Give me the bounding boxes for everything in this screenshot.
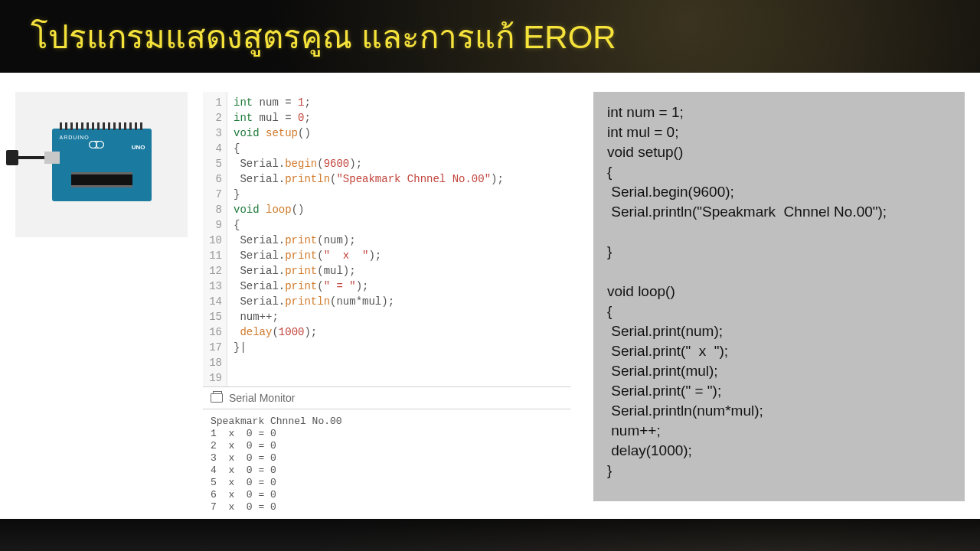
code-lines[interactable]: int num = 1;int mul = 0;void setup(){ Se… bbox=[227, 92, 570, 386]
code-line[interactable]: num++; bbox=[234, 309, 564, 324]
code-block: int num = 1; int mul = 0; void setup() {… bbox=[593, 92, 965, 501]
editor-column: 12345678910111213141516171819 int num = … bbox=[203, 92, 570, 519]
code-line[interactable]: { bbox=[234, 141, 564, 156]
serial-output: Speakmark Chnnel No.00 1 x 0 = 0 2 x 0 =… bbox=[203, 409, 570, 520]
right-column: int num = 1; int mul = 0; void setup() {… bbox=[593, 92, 965, 519]
code-line[interactable]: int mul = 0; bbox=[234, 110, 564, 126]
board-model: UNO bbox=[132, 144, 145, 151]
serial-monitor-icon bbox=[211, 393, 223, 403]
usb-cable-icon bbox=[6, 150, 60, 165]
mcu-chip-icon bbox=[71, 172, 132, 187]
code-line[interactable]: Serial.print(num); bbox=[234, 233, 564, 248]
code-line[interactable]: { bbox=[234, 217, 564, 233]
serial-monitor-header[interactable]: Serial Monitor bbox=[203, 386, 570, 409]
arduino-logo-icon bbox=[89, 141, 104, 148]
slide-header: โปรแกรมแสดงสูตรคูณ และการแก้ EROR bbox=[0, 0, 980, 73]
code-line[interactable]: }| bbox=[234, 340, 564, 355]
slide-content: ARDUINO UNO 1234567891011121314151617181… bbox=[0, 73, 980, 519]
code-line[interactable]: delay(1000); bbox=[234, 324, 564, 340]
code-editor[interactable]: 12345678910111213141516171819 int num = … bbox=[203, 92, 570, 386]
code-line[interactable]: void setup() bbox=[234, 126, 564, 141]
code-line[interactable]: Serial.print(mul); bbox=[234, 263, 564, 279]
code-line[interactable]: Serial.println(num*mul); bbox=[234, 294, 564, 309]
code-line[interactable]: Serial.begin(9600); bbox=[234, 156, 564, 171]
arduino-preview: ARDUINO UNO bbox=[15, 92, 188, 237]
code-line[interactable]: Serial.print(" x "); bbox=[234, 248, 564, 263]
arduino-board-icon: ARDUINO UNO bbox=[52, 129, 152, 201]
serial-monitor-title: Serial Monitor bbox=[229, 392, 295, 404]
line-gutter: 12345678910111213141516171819 bbox=[203, 92, 227, 386]
slide-footer bbox=[0, 519, 980, 551]
board-brand: ARDUINO bbox=[60, 135, 90, 140]
slide-title: โปรแกรมแสดงสูตรคูณ และการแก้ EROR bbox=[31, 11, 616, 62]
code-line[interactable]: } bbox=[234, 187, 564, 202]
code-line[interactable]: void loop() bbox=[234, 202, 564, 217]
code-line[interactable]: int num = 1; bbox=[234, 95, 564, 110]
code-line[interactable]: Serial.println("Speakmark Chnnel No.00")… bbox=[234, 171, 564, 187]
code-line[interactable]: Serial.print(" = "); bbox=[234, 279, 564, 294]
